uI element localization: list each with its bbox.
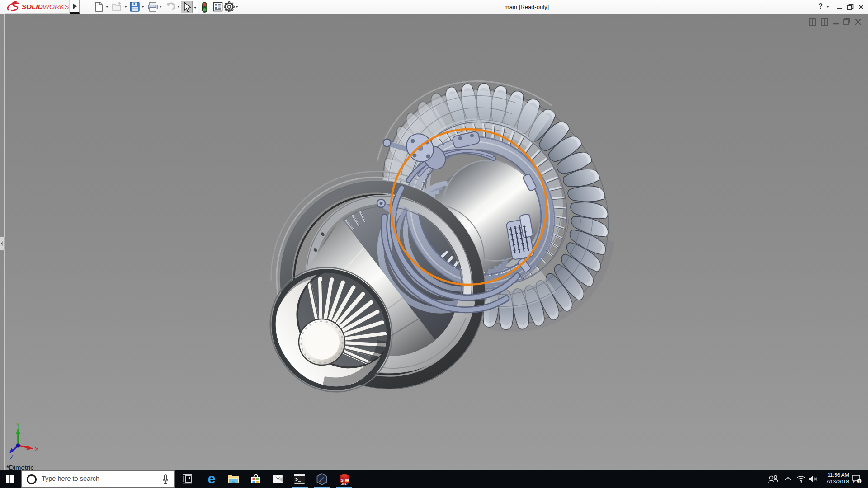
- svg-text:WORKS: WORKS: [42, 3, 69, 10]
- svg-text:X: X: [35, 446, 39, 453]
- svg-text:3: 3: [858, 479, 860, 483]
- svg-text:2017: 2017: [341, 482, 348, 485]
- svg-text:Y: Y: [16, 422, 20, 428]
- svg-text:Z: Z: [10, 454, 14, 460]
- svg-text:SOLID: SOLID: [22, 3, 43, 10]
